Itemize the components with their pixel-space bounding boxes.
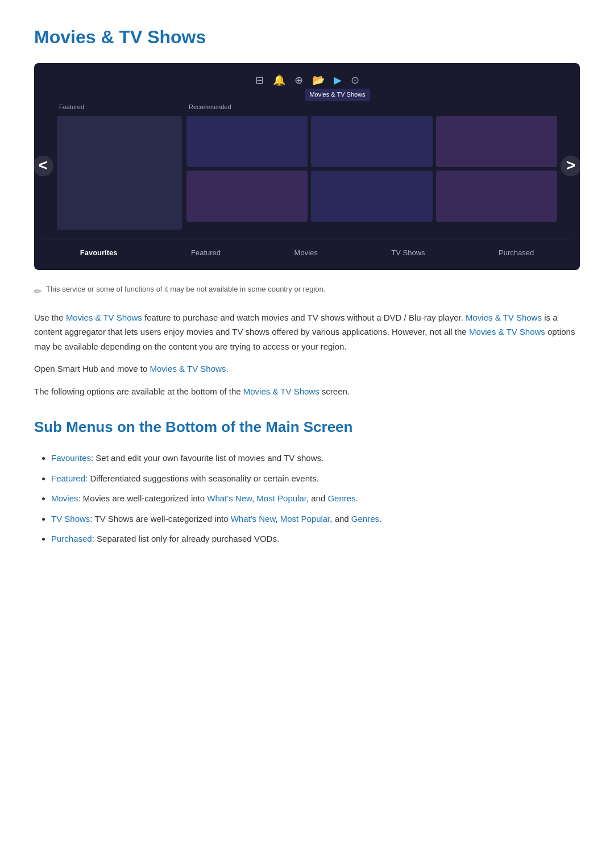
- tv-icon-4[interactable]: 📂: [312, 72, 325, 89]
- tv-content-area: Featured Recommended: [57, 102, 557, 230]
- tv-icon-3[interactable]: ⊕: [294, 72, 303, 89]
- tv-left-panel: Featured: [57, 102, 182, 230]
- note-block: ✏ This service or some of functions of i…: [34, 284, 580, 299]
- tv-grid-top: [186, 116, 557, 167]
- list-item-featured: Featured: Differentiated suggestions wit…: [51, 471, 580, 486]
- tv-right-grid: Recommended: [186, 102, 557, 230]
- pencil-icon: ✏: [34, 284, 42, 299]
- tv-icon-1[interactable]: ⊟: [255, 72, 264, 89]
- tv-thumb-6: [436, 171, 557, 222]
- tv-top-bar: ⊟ 🔔 ⊕ 📂 ▶ Movies & TV Shows ⊙: [43, 72, 571, 89]
- tv-thumb-3: [436, 116, 557, 167]
- link-tv-shows[interactable]: TV Shows: [51, 514, 90, 524]
- tv-icon-5-play[interactable]: ▶ Movies & TV Shows: [334, 72, 342, 89]
- page-title: Movies & TV Shows: [34, 23, 580, 52]
- tv-tab-movies[interactable]: Movies: [288, 245, 325, 261]
- list-item-favourites: Favourites: Set and edit your own favour…: [51, 451, 580, 466]
- tv-tab-purchased[interactable]: Purchased: [492, 245, 541, 261]
- link-purchased[interactable]: Purchased: [51, 534, 92, 543]
- note-text: This service or some of functions of it …: [46, 284, 325, 296]
- tv-tab-favourites[interactable]: Favourites: [73, 245, 125, 261]
- link-movies-tv-4[interactable]: Movies & TV Shows: [150, 364, 226, 373]
- list-item-movies: Movies: Movies are well-categorized into…: [51, 491, 580, 506]
- link-featured[interactable]: Featured: [51, 474, 85, 483]
- link-movies-tv-3[interactable]: Movies & TV Shows: [469, 327, 545, 337]
- link-whats-new-1[interactable]: What's New: [207, 493, 252, 503]
- link-movies-tv-1[interactable]: Movies & TV Shows: [66, 313, 142, 322]
- tv-thumb-2: [311, 116, 432, 167]
- tv-nav-left[interactable]: <: [33, 156, 53, 176]
- tv-nav-right[interactable]: >: [561, 156, 581, 176]
- link-movies[interactable]: Movies: [51, 493, 78, 503]
- tv-icon-6[interactable]: ⊙: [351, 72, 359, 89]
- paragraph-1: Use the Movies & TV Shows feature to pur…: [34, 310, 580, 354]
- tv-bottom-bar: Favourites Featured Movies TV Shows Purc…: [43, 239, 571, 261]
- tv-tab-featured[interactable]: Featured: [184, 245, 227, 261]
- link-favourites[interactable]: Favourites: [51, 453, 91, 463]
- tv-icon-2[interactable]: 🔔: [273, 72, 285, 89]
- tv-large-thumbnail: [57, 116, 182, 230]
- sub-menu-list: Favourites: Set and edit your own favour…: [34, 451, 580, 546]
- link-whats-new-2[interactable]: What's New: [231, 514, 276, 524]
- tv-thumb-4: [186, 171, 308, 222]
- link-genres-2[interactable]: Genres: [351, 514, 379, 524]
- list-item-purchased: Purchased: Separated list only for alrea…: [51, 531, 580, 546]
- tv-grid-bottom: [186, 171, 557, 222]
- tv-thumb-1: [186, 116, 308, 167]
- tv-screenshot: ⊟ 🔔 ⊕ 📂 ▶ Movies & TV Shows ⊙ < Featured…: [34, 63, 580, 270]
- tv-tab-tvshows[interactable]: TV Shows: [384, 245, 432, 261]
- tv-thumb-5: [311, 171, 432, 222]
- link-most-popular-2[interactable]: Most Popular: [280, 514, 330, 524]
- link-most-popular-1[interactable]: Most Popular: [256, 493, 306, 503]
- link-genres-1[interactable]: Genres: [327, 493, 355, 503]
- paragraph-3: The following options are available at t…: [34, 384, 580, 399]
- link-movies-tv-5[interactable]: Movies & TV Shows: [243, 387, 320, 396]
- link-movies-tv-2[interactable]: Movies & TV Shows: [466, 313, 542, 322]
- list-item-tvshows: TV Shows: TV Shows are well-categorized …: [51, 512, 580, 526]
- tv-tooltip: Movies & TV Shows: [305, 89, 370, 101]
- sub-menu-heading: Sub Menus on the Bottom of the Main Scre…: [34, 416, 580, 439]
- paragraph-2: Open Smart Hub and move to Movies & TV S…: [34, 362, 580, 376]
- tv-featured-label: Featured: [57, 102, 182, 113]
- tv-recommended-label: Recommended: [186, 102, 557, 113]
